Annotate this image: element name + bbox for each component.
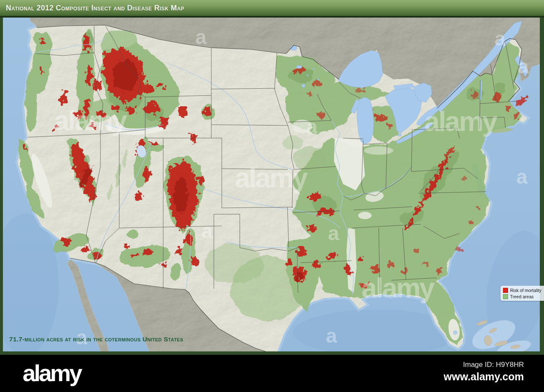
treed-areas-swatch — [503, 294, 508, 299]
title-bar-divider — [0, 16, 544, 18]
us-risk-map-graphic — [3, 18, 540, 351]
alamy-footer-bar: alamy Image ID: H9Y8HR www.alamy.com — [0, 355, 544, 392]
image-id-text: Image ID: H9Y8HR — [444, 361, 524, 369]
legend-label: Risk of mortality — [510, 288, 541, 293]
risk-of-mortality-swatch — [503, 288, 508, 293]
map-frame — [0, 18, 544, 355]
stock-photo-page: National 2012 Composite Insect and Disea… — [0, 0, 544, 392]
map-caption: 71.7-million acres at risk in the coterm… — [9, 336, 183, 343]
title-bar: National 2012 Composite Insect and Disea… — [0, 0, 544, 16]
lake-st-clair — [398, 133, 401, 136]
legend-item-treed: Treed areas — [503, 294, 543, 299]
legend-item-risk: Risk of mortality — [503, 288, 543, 293]
alamy-url: www.alamy.com — [444, 371, 524, 383]
map-title: National 2012 Composite Insect and Disea… — [6, 0, 185, 16]
legend-label: Treed areas — [510, 295, 534, 299]
map-legend: Risk of mortality Treed areas — [500, 286, 544, 301]
alamy-logo: alamy — [23, 359, 81, 387]
lake-okeechobee — [453, 331, 457, 335]
